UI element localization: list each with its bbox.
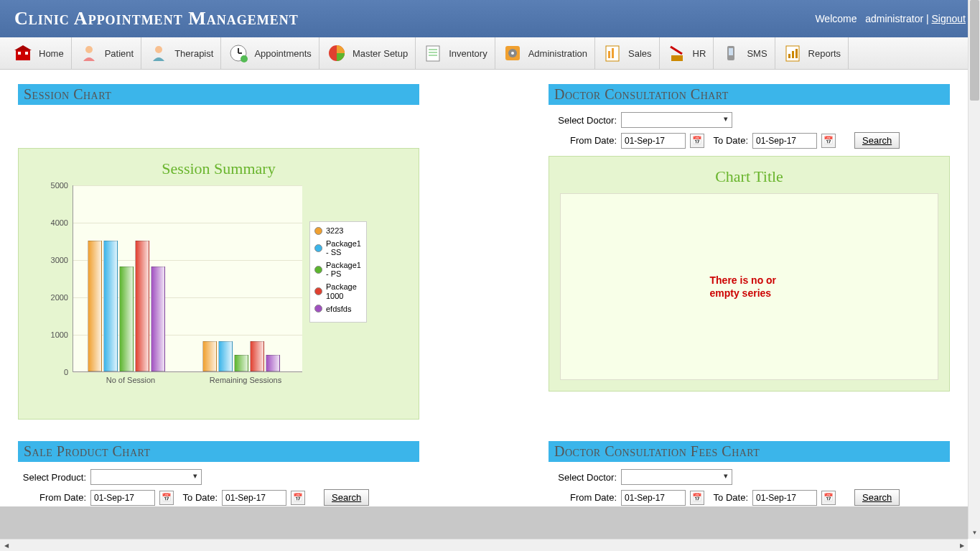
home-icon [13, 43, 33, 63]
clock-icon [228, 43, 248, 63]
select-doctor-label: Select Doctor: [549, 115, 617, 126]
therapist-icon [149, 43, 169, 63]
nav-hr[interactable]: HR [660, 37, 714, 69]
sale-product-controls: Select Product: From Date: 📅 To Date: 📅 … [18, 469, 419, 506]
user-area: Welcome administrator | Signout [815, 13, 966, 24]
to-date-label: To Date: [709, 135, 748, 146]
to-date-label: To Date: [178, 492, 218, 503]
nav-home[interactable]: Home [6, 37, 72, 69]
doctor-consult-panel: Doctor Consultation Chart Select Doctor:… [549, 84, 950, 420]
from-date-input[interactable] [621, 490, 686, 506]
svg-rect-19 [608, 51, 610, 58]
to-date-input[interactable] [222, 490, 286, 506]
doctor-fees-title: Doctor Consultation Fees Chart [549, 441, 950, 462]
from-date-input[interactable] [621, 133, 686, 149]
empty-series-message: There is no or empty series [710, 274, 789, 300]
svg-point-17 [511, 52, 514, 55]
search-button[interactable]: Search [324, 489, 369, 506]
calendar-icon[interactable]: 📅 [690, 134, 704, 148]
scroll-left-icon[interactable]: ◀ [0, 540, 12, 551]
calendar-icon[interactable]: 📅 [291, 491, 305, 505]
svg-rect-27 [792, 51, 794, 58]
svg-rect-0 [16, 50, 30, 60]
doctor-consult-chart-box: Chart Title There is no or empty series [549, 156, 950, 392]
calendar-icon[interactable]: 📅 [821, 491, 836, 505]
sales-icon [602, 43, 622, 63]
welcome-text: Welcome [815, 13, 857, 24]
footer-bar [0, 506, 968, 539]
nav-inventory[interactable]: Inventory [416, 37, 495, 69]
svg-line-22 [671, 47, 682, 54]
calendar-icon[interactable]: 📅 [821, 134, 836, 148]
nav-administration[interactable]: Administration [495, 37, 595, 69]
nav-reports[interactable]: Reports [775, 37, 849, 69]
pie-icon [327, 43, 347, 63]
nav-therapist[interactable]: Therapist [141, 37, 221, 69]
svg-rect-24 [729, 48, 733, 55]
svg-rect-21 [671, 55, 683, 61]
main-toolbar: Home Patient Therapist Appointments Mast… [0, 37, 980, 70]
doctor-consult-controls: Select Doctor: From Date: 📅 To Date: 📅 S… [549, 112, 950, 149]
nav-patient[interactable]: Patient [72, 37, 141, 69]
app-header: Clinic Appointment Management Welcome ad… [0, 0, 980, 37]
scroll-thumb[interactable] [970, 0, 979, 101]
doctor-consult-chart-inner: There is no or empty series [560, 193, 938, 380]
from-date-label: From Date: [18, 492, 86, 503]
vertical-scrollbar[interactable]: ▲ ▼ [968, 0, 980, 539]
session-chart-title: Session Chart [18, 84, 419, 105]
svg-point-5 [155, 46, 162, 53]
doctor-dropdown[interactable] [621, 112, 732, 128]
from-date-input[interactable] [90, 490, 155, 506]
username: administrator [865, 13, 923, 24]
session-chart-plot: 010002000300040005000No of SessionRemain… [29, 185, 408, 408]
svg-rect-26 [788, 54, 790, 58]
patient-icon [79, 43, 99, 63]
to-date-input[interactable] [752, 133, 817, 149]
nav-appointments[interactable]: Appointments [221, 37, 319, 69]
select-doctor-label: Select Doctor: [549, 472, 617, 483]
search-button[interactable]: Search [854, 132, 900, 149]
scroll-down-icon[interactable]: ▼ [969, 527, 980, 539]
hr-icon [667, 43, 687, 63]
scroll-right-icon[interactable]: ▶ [956, 540, 968, 551]
doctor-fees-dropdown[interactable] [621, 469, 732, 485]
calendar-icon[interactable]: 📅 [159, 491, 174, 505]
reports-icon [783, 43, 803, 63]
search-button[interactable]: Search [854, 489, 900, 506]
doctor-consult-title: Doctor Consultation Chart [549, 84, 950, 105]
nav-sms[interactable]: SMS [714, 37, 775, 69]
to-date-label: To Date: [709, 492, 748, 503]
from-date-label: From Date: [549, 135, 617, 146]
session-chart-panel: Session Chart Session Summary 0100020003… [18, 84, 419, 420]
signout-link[interactable]: Signout [932, 13, 966, 24]
session-chart-box: Session Summary 010002000300040005000No … [18, 148, 419, 420]
svg-rect-2 [25, 52, 28, 55]
chart-title-placeholder: Chart Title [560, 167, 938, 186]
to-date-input[interactable] [752, 490, 817, 506]
svg-rect-1 [18, 52, 21, 55]
app-title: Clinic Appointment Management [14, 8, 299, 29]
nav-master-setup[interactable]: Master Setup [319, 37, 416, 69]
svg-rect-28 [795, 49, 798, 58]
svg-point-4 [85, 46, 93, 53]
gear-icon [503, 43, 523, 63]
select-product-label: Select Product: [18, 472, 86, 483]
nav-sales[interactable]: Sales [595, 37, 660, 69]
sale-product-title: Sale Product Chart [18, 441, 419, 462]
svg-rect-20 [612, 48, 614, 58]
product-dropdown[interactable] [90, 469, 202, 485]
phone-icon [721, 43, 741, 63]
svg-rect-11 [426, 46, 439, 61]
svg-marker-3 [14, 45, 32, 50]
from-date-label: From Date: [549, 492, 617, 503]
dashboard-content: Session Chart Session Summary 0100020003… [0, 70, 968, 551]
notepad-icon [423, 43, 443, 63]
horizontal-scrollbar[interactable]: ◀ ▶ [0, 539, 968, 551]
calendar-icon[interactable]: 📅 [690, 491, 704, 505]
session-summary-title: Session Summary [29, 159, 408, 178]
svg-point-9 [241, 55, 248, 62]
doctor-fees-controls: Select Doctor: From Date: 📅 To Date: 📅 S… [549, 469, 950, 506]
